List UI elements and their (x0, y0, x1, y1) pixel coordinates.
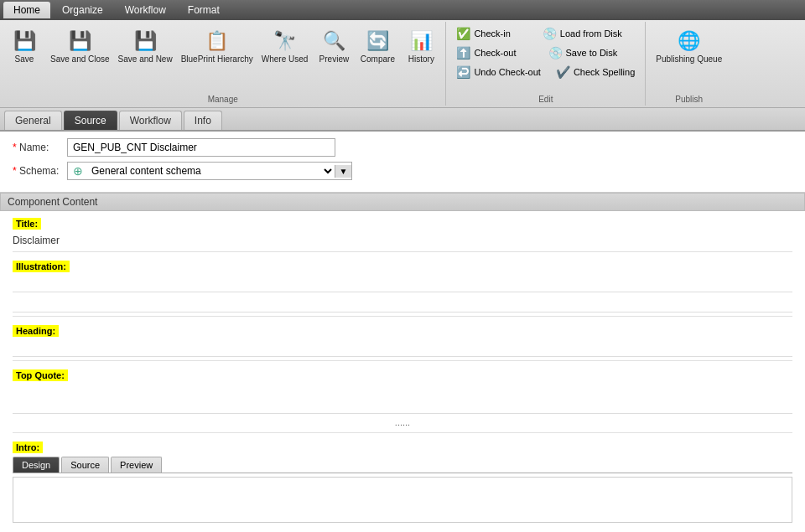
title-separator (13, 251, 792, 252)
title-value: Disclaimer (13, 233, 792, 248)
checkout-icon: ⬆️ (456, 46, 470, 59)
blueprint-icon: 📋 (204, 28, 231, 54)
undo-checkout-icon: ↩️ (456, 65, 470, 79)
heading-separator (13, 360, 792, 361)
history-button[interactable]: 📊 History (400, 25, 442, 67)
compare-icon: 🔄 (364, 28, 391, 54)
spell-check-button[interactable]: ✔️ Check Spelling (553, 64, 638, 80)
title-label: Title: (13, 218, 41, 230)
title-field: Title: Disclaimer (13, 218, 792, 252)
heading-field: Heading: (13, 325, 792, 361)
component-body: Title: Disclaimer Illustration: Heading:… (0, 211, 805, 532)
checkout-label: Check-out (474, 48, 516, 58)
checkin-icon: ✅ (456, 27, 470, 40)
history-label: History (408, 54, 434, 65)
illustration-field: Illustration: (13, 261, 792, 317)
whereused-icon: 🔭 (272, 28, 299, 54)
ribbon: 💾 Save 💾 Save and Close 💾 Save and New 📋… (0, 20, 805, 108)
tab-general[interactable]: General (4, 111, 62, 130)
save-close-label: Save and Close (50, 54, 110, 65)
top-quote-label: Top Quote: (13, 369, 68, 381)
heading-label: Heading: (13, 325, 59, 337)
nav-bar: Home Organize Workflow Format (0, 0, 805, 20)
top-quote-input[interactable] (13, 385, 792, 414)
nav-tab-workflow[interactable]: Workflow (115, 2, 176, 18)
component-content-header: Component Content (0, 193, 805, 211)
ribbon-group-manage: 💾 Save 💾 Save and Close 💾 Save and New 📋… (0, 22, 446, 106)
save-new-button[interactable]: 💾 Save and New (115, 25, 176, 67)
schema-select[interactable]: General content schema (88, 164, 335, 178)
load-disk-icon: 💿 (543, 27, 557, 40)
tab-info[interactable]: Info (184, 111, 222, 130)
inner-tabs: Design Source Preview (13, 457, 792, 473)
spell-check-label: Check Spelling (574, 67, 635, 77)
blueprint-label: BluePrint Hierarchy (181, 54, 253, 65)
heading-input[interactable] (13, 340, 792, 357)
save-icon: 💾 (11, 28, 38, 54)
name-required: * (13, 142, 17, 153)
name-input[interactable] (67, 138, 335, 157)
publishing-queue-button[interactable]: 🌐 Publishing Queue (652, 25, 725, 95)
form-area: * Name: * Schema: ⊕ General content sche… (0, 132, 805, 193)
inner-tab-design[interactable]: Design (13, 457, 60, 473)
publishing-queue-label: Publishing Queue (656, 54, 722, 65)
save-close-button[interactable]: 💾 Save and Close (47, 25, 113, 67)
name-row: * Name: (13, 138, 792, 157)
save-new-label: Save and New (118, 54, 173, 65)
schema-label: * Schema: (13, 165, 67, 177)
history-icon: 📊 (408, 28, 434, 54)
publishing-queue-icon: 🌐 (676, 28, 703, 54)
save-new-icon: 💾 (132, 28, 158, 54)
publish-group-label: Publish (675, 95, 703, 104)
whereused-label: Where Used (262, 54, 309, 65)
top-quote-separator (13, 432, 792, 433)
schema-icon: ⊕ (68, 163, 88, 179)
intro-field: Intro: Design Source Preview (13, 442, 792, 523)
ellipsis: ...... (13, 416, 792, 429)
tab-workflow[interactable]: Workflow (119, 111, 182, 130)
illustration-input-1[interactable] (13, 276, 792, 292)
schema-row: * Schema: ⊕ General content schema ▼ (13, 162, 792, 180)
compare-button[interactable]: 🔄 Compare (356, 25, 398, 67)
load-disk-label: Load from Disk (560, 28, 622, 39)
whereused-button[interactable]: 🔭 Where Used (258, 25, 312, 67)
save-disk-button[interactable]: 💿 Save to Disk (545, 44, 621, 61)
load-disk-button[interactable]: 💿 Load from Disk (539, 25, 626, 42)
inner-tab-preview[interactable]: Preview (111, 457, 162, 473)
save-disk-icon: 💿 (548, 46, 563, 59)
schema-arrow[interactable]: ▼ (335, 165, 351, 178)
illustration-label: Illustration: (13, 261, 70, 272)
ribbon-group-edit: ✅ Check-in 💿 Load from Disk ⬆️ Check-out… (446, 22, 646, 106)
intro-label: Intro: (13, 442, 43, 453)
manage-group-label: Manage (3, 95, 442, 104)
preview-label: Preview (319, 54, 350, 65)
ribbon-group-publish: 🌐 Publishing Queue Publish (646, 22, 732, 106)
schema-select-wrap: ⊕ General content schema ▼ (67, 162, 352, 180)
save-button[interactable]: 💾 Save (3, 25, 45, 67)
preview-button[interactable]: 🔍 Preview (313, 25, 355, 67)
blueprint-button[interactable]: 📋 BluePrint Hierarchy (178, 25, 257, 67)
content-tabs: General Source Workflow Info (0, 108, 805, 132)
checkin-label: Check-in (474, 28, 510, 39)
preview-icon: 🔍 (320, 28, 347, 54)
undo-checkout-label: Undo Check-out (474, 67, 541, 77)
compare-label: Compare (361, 54, 395, 65)
nav-tab-organize[interactable]: Organize (52, 2, 113, 18)
illustration-separator (13, 316, 792, 317)
schema-required: * (13, 165, 17, 177)
undo-checkout-button[interactable]: ↩️ Undo Check-out (453, 64, 544, 80)
name-label: * Name: (13, 142, 67, 153)
nav-tab-format[interactable]: Format (178, 2, 230, 18)
intro-editor[interactable] (13, 477, 792, 523)
save-label: Save (15, 54, 34, 65)
checkin-button[interactable]: ✅ Check-in (453, 25, 513, 42)
nav-tab-home[interactable]: Home (3, 2, 50, 18)
illustration-input-2[interactable] (13, 296, 792, 312)
checkout-button[interactable]: ⬆️ Check-out (453, 44, 519, 61)
save-disk-label: Save to Disk (566, 48, 618, 58)
top-quote-field: Top Quote: ...... (13, 369, 792, 433)
tab-source[interactable]: Source (64, 111, 117, 130)
edit-group-label: Edit (453, 95, 638, 104)
inner-tab-source[interactable]: Source (61, 457, 109, 473)
save-close-icon: 💾 (66, 28, 93, 54)
